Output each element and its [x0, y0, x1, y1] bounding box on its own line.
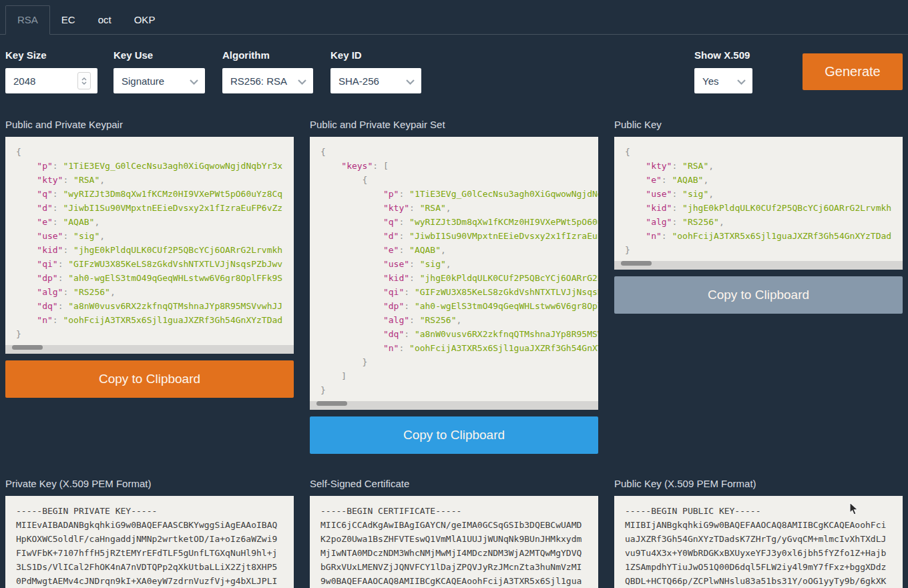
public-key-pem: -----BEGIN PUBLIC KEY----- MIIBIjANBgkqh…	[614, 496, 903, 588]
key-id-select[interactable]: SHA-256	[330, 68, 421, 93]
generate-button[interactable]: Generate	[803, 53, 903, 90]
pem-panels-row: Private Key (X.509 PEM Format) -----BEGI…	[5, 454, 903, 588]
copy-keypair-set-button[interactable]: Copy to Clipboard	[310, 416, 598, 454]
key-id-label: Key ID	[330, 49, 362, 61]
results-area: Public and Private Keypair { "p": "1TiE3…	[0, 113, 908, 588]
keypair-set-title: Public and Private Keypair Set	[310, 119, 598, 131]
key-id-value: SHA-256	[338, 75, 402, 87]
tab-oct[interactable]: oct	[87, 6, 123, 34]
public-key-pem-title: Public Key (X.509 PEM Format)	[614, 478, 903, 490]
key-size-stepper[interactable]	[5, 68, 97, 93]
horizontal-scrollbar[interactable]	[614, 261, 903, 270]
public-key-title: Public Key	[614, 119, 903, 131]
key-size-input[interactable]	[13, 68, 77, 93]
horizontal-scrollbar[interactable]	[310, 401, 598, 410]
copy-keypair-button[interactable]: Copy to Clipboard	[5, 360, 294, 398]
keypair-section: Public and Private Keypair { "p": "1TiE3…	[5, 113, 294, 398]
algorithm-label: Algorithm	[222, 49, 270, 61]
public-key-section: Public Key { "kty": "RSA", "e": "AQAB", …	[614, 113, 903, 314]
algorithm-select[interactable]: RS256: RSA	[222, 68, 313, 93]
private-key-pem-title: Private Key (X.509 PEM Format)	[5, 478, 294, 490]
certificate-section: Self-Signed Certificate -----BEGIN CERTI…	[310, 454, 598, 588]
key-use-value: Signature	[122, 75, 186, 87]
number-spinner-icon[interactable]	[77, 72, 91, 89]
tab-rsa[interactable]: RSA	[5, 5, 50, 35]
tab-okp[interactable]: OKP	[123, 6, 167, 34]
keypair-set-code-panel: { "keys": [ { "p": "1TiE3EVg_G0lCecNsu3a…	[310, 137, 598, 410]
keypair-title: Public and Private Keypair	[5, 119, 294, 131]
key-use-select[interactable]: Signature	[114, 68, 205, 93]
scrollbar-thumb[interactable]	[621, 261, 652, 266]
key-type-tabbar: RSA EC oct OKP	[0, 0, 908, 35]
scrollbar-thumb[interactable]	[316, 401, 347, 406]
show-x509-select[interactable]: Yes	[694, 68, 752, 93]
scrollbar-thumb[interactable]	[12, 345, 43, 350]
public-key-pem-panel: -----BEGIN PUBLIC KEY----- MIIBIjANBgkqh…	[614, 496, 903, 588]
public-key-pem-section: Public Key (X.509 PEM Format) -----BEGIN…	[614, 454, 903, 588]
certificate-title: Self-Signed Certificate	[310, 478, 598, 490]
key-use-label: Key Use	[114, 49, 153, 61]
chevron-down-icon	[298, 75, 306, 87]
keypair-set-section: Public and Private Keypair Set { "keys":…	[310, 113, 598, 454]
keypair-json: { "p": "1TiE3EVg_G0lCecNsu3agh0XiGqwowNg…	[5, 137, 294, 341]
keypair-set-json: { "keys": [ { "p": "1TiE3EVg_G0lCecNsu3a…	[310, 137, 598, 397]
public-key-code-panel: { "kty": "RSA", "e": "AQAB", "use": "sig…	[614, 137, 903, 270]
show-x509-label: Show X.509	[694, 49, 750, 61]
algorithm-value: RS256: RSA	[230, 75, 294, 87]
jwk-panels-row: Public and Private Keypair { "p": "1TiE3…	[5, 113, 903, 454]
chevron-down-icon	[406, 75, 415, 87]
chevron-down-icon	[737, 75, 746, 87]
certificate-panel: -----BEGIN CERTIFICATE----- MIIC6jCCAdKg…	[310, 496, 598, 588]
private-key-pem: -----BEGIN PRIVATE KEY----- MIIEvAIBADAN…	[5, 496, 294, 588]
keypair-code-panel: { "p": "1TiE3EVg_G0lCecNsu3agh0XiGqwowNg…	[5, 137, 294, 354]
certificate-pem: -----BEGIN CERTIFICATE----- MIIC6jCCAdKg…	[310, 496, 598, 588]
private-key-pem-section: Private Key (X.509 PEM Format) -----BEGI…	[5, 454, 294, 588]
public-key-json: { "kty": "RSA", "e": "AQAB", "use": "sig…	[614, 137, 903, 257]
horizontal-scrollbar[interactable]	[5, 345, 294, 354]
copy-public-key-button[interactable]: Copy to Clipboard	[614, 276, 903, 314]
private-key-pem-panel: -----BEGIN PRIVATE KEY----- MIIEvAIBADAN…	[5, 496, 294, 588]
show-x509-value: Yes	[702, 75, 733, 87]
chevron-down-icon	[190, 75, 198, 87]
tab-ec[interactable]: EC	[50, 6, 87, 34]
generator-form: Key Size Key Use Signature Algorithm RS2…	[0, 35, 908, 113]
mkjwk-page: { "tabs": [ { "label": "RSA", "active": …	[0, 0, 908, 588]
key-size-label: Key Size	[5, 49, 47, 61]
